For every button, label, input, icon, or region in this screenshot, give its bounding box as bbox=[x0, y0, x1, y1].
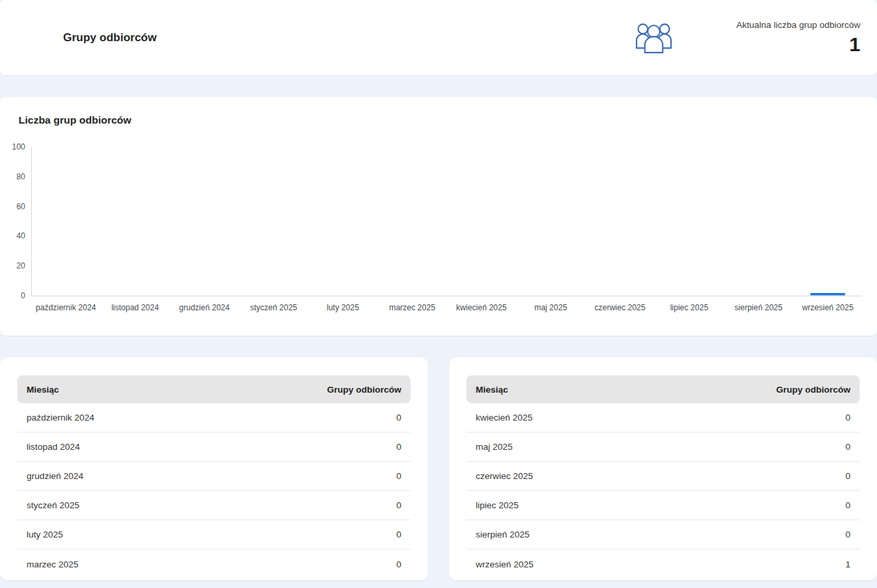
column-header-groups: Grupy odbiorców bbox=[644, 375, 860, 403]
x-axis-label: czerwiec 2025 bbox=[595, 303, 646, 312]
y-tick-label: 40 bbox=[17, 231, 26, 241]
chart-title: Liczba grup odbiorców bbox=[19, 114, 877, 126]
value-cell: 0 bbox=[644, 491, 860, 520]
stat-value: 1 bbox=[736, 33, 860, 55]
month-cell: grudzień 2024 bbox=[17, 462, 207, 491]
table-header-row: MiesiącGrupy odbiorców bbox=[17, 375, 411, 403]
y-tick-label: 100 bbox=[12, 142, 25, 151]
value-cell: 0 bbox=[644, 520, 860, 549]
month-cell: marzec 2025 bbox=[17, 549, 207, 579]
y-tick-label: 0 bbox=[21, 291, 25, 300]
page-title: Grupy odbiorców bbox=[63, 31, 157, 45]
table-row: czerwiec 20250 bbox=[466, 462, 860, 491]
month-cell: sierpień 2025 bbox=[466, 520, 644, 549]
table-header-row: MiesiącGrupy odbiorców bbox=[466, 375, 860, 403]
table-row: grudzień 20240 bbox=[17, 462, 411, 491]
value-cell: 0 bbox=[207, 433, 411, 462]
month-cell: kwiecień 2025 bbox=[466, 403, 644, 433]
chart-card: Liczba grup odbiorców 020406080100paździ… bbox=[0, 97, 877, 336]
table-row: wrzesień 20251 bbox=[466, 549, 860, 579]
x-axis-label: sierpień 2025 bbox=[735, 303, 783, 312]
table-row: lipiec 20250 bbox=[466, 491, 860, 520]
header-card: Grupy odbiorców Aktualna liczba grup odb… bbox=[0, 0, 877, 75]
header-stat-area: Aktualna liczba grup odbiorców 1 bbox=[634, 20, 860, 54]
column-header-month: Miesiąc bbox=[17, 375, 207, 403]
x-axis-label: listopad 2024 bbox=[112, 303, 159, 312]
months-table-2: MiesiącGrupy odbiorcówkwiecień 20250maj … bbox=[466, 375, 860, 579]
x-axis-label: lipiec 2025 bbox=[670, 303, 709, 312]
month-cell: lipiec 2025 bbox=[466, 491, 644, 520]
x-axis-label: styczeń 2025 bbox=[250, 303, 298, 312]
month-cell: maj 2025 bbox=[466, 433, 644, 462]
table-row: październik 20240 bbox=[17, 403, 411, 433]
table-row: styczeń 20250 bbox=[17, 491, 411, 520]
value-cell: 0 bbox=[207, 462, 411, 491]
value-cell: 0 bbox=[207, 491, 411, 520]
table-card-oct-mar: MiesiącGrupy odbiorcówpaździernik 20240l… bbox=[0, 357, 428, 580]
value-cell: 0 bbox=[644, 403, 860, 433]
y-tick-label: 80 bbox=[17, 172, 26, 181]
x-axis-label: wrzesień 2025 bbox=[801, 303, 854, 312]
current-groups-stat: Aktualna liczba grup odbiorców 1 bbox=[736, 20, 860, 54]
table-row: kwiecień 20250 bbox=[466, 403, 860, 433]
table-row: sierpień 20250 bbox=[466, 520, 860, 549]
table-row: listopad 20240 bbox=[17, 433, 411, 462]
column-header-groups: Grupy odbiorców bbox=[207, 375, 411, 403]
month-cell: listopad 2024 bbox=[17, 433, 207, 462]
months-table-1: MiesiącGrupy odbiorcówpaździernik 20240l… bbox=[17, 375, 411, 579]
table-card-apr-sep: MiesiącGrupy odbiorcówkwiecień 20250maj … bbox=[449, 357, 877, 580]
month-cell: październik 2024 bbox=[17, 403, 207, 433]
y-tick-label: 60 bbox=[17, 202, 26, 211]
x-axis-label: październik 2024 bbox=[36, 303, 96, 312]
month-cell: styczeń 2025 bbox=[17, 491, 207, 520]
column-header-month: Miesiąc bbox=[466, 375, 644, 403]
value-cell: 0 bbox=[644, 462, 860, 491]
value-cell: 0 bbox=[644, 433, 860, 462]
table-row: maj 20250 bbox=[466, 433, 860, 462]
value-cell: 0 bbox=[207, 403, 411, 433]
value-cell: 0 bbox=[207, 520, 411, 549]
line-chart: 020406080100październik 2024listopad 202… bbox=[0, 138, 877, 318]
y-tick-label: 20 bbox=[17, 261, 26, 270]
tables-row: MiesiącGrupy odbiorcówpaździernik 20240l… bbox=[0, 357, 877, 580]
month-cell: luty 2025 bbox=[17, 520, 207, 549]
month-cell: wrzesień 2025 bbox=[466, 549, 644, 579]
x-axis-label: grudzień 2024 bbox=[179, 303, 230, 312]
value-cell: 1 bbox=[644, 549, 860, 579]
value-cell: 0 bbox=[207, 549, 411, 579]
stat-label: Aktualna liczba grup odbiorców bbox=[736, 20, 860, 31]
month-cell: czerwiec 2025 bbox=[466, 462, 644, 491]
line-chart-svg: 020406080100październik 2024listopad 202… bbox=[0, 138, 877, 318]
x-axis-label: marzec 2025 bbox=[389, 303, 436, 312]
dashboard-page: Grupy odbiorców Aktualna liczba grup odb… bbox=[0, 0, 877, 580]
x-axis-label: kwiecień 2025 bbox=[456, 303, 507, 312]
table-row: marzec 20250 bbox=[17, 549, 411, 579]
people-group-icon bbox=[634, 21, 673, 54]
table-row: luty 20250 bbox=[17, 520, 411, 549]
x-axis-label: luty 2025 bbox=[327, 303, 359, 312]
x-axis-label: maj 2025 bbox=[534, 303, 567, 312]
